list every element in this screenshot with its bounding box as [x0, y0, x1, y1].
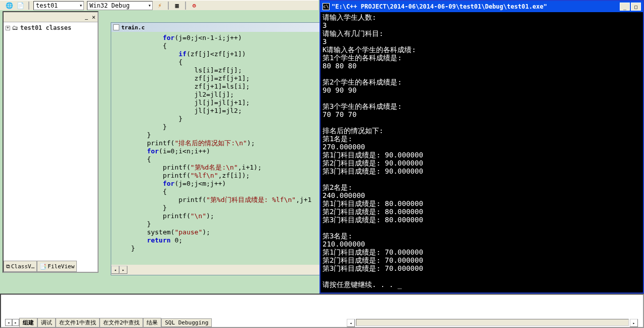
tree-root[interactable]: + 🗂 test01 classes: [6, 24, 96, 31]
tree-root-label: test01 classes: [20, 24, 71, 31]
editor-hscroll[interactable]: ◂ ▸: [111, 265, 321, 275]
output-hscroll[interactable]: ◂ ▸: [347, 319, 638, 327]
tile-icon[interactable]: ▦: [173, 2, 181, 10]
class-tree[interactable]: + 🗂 test01 classes: [4, 22, 98, 263]
tab-classview[interactable]: ⧉ClassV…: [4, 261, 37, 272]
scroll-left-icon[interactable]: ◂: [111, 266, 119, 274]
expand-icon[interactable]: +: [6, 26, 10, 30]
workspace-panel-header: ⎯ ×: [4, 12, 98, 22]
console-output[interactable]: 请输入学生人数: 3 请输入有几门科目: 3 K请输入各个学生的各科成绩: 第1…: [320, 12, 643, 290]
code-editor[interactable]: for(j=0;j<n-1-i;j++) { if(zf[j]<zf[j+1])…: [111, 32, 321, 265]
editor-area: train.c for(j=0;j<n-1-i;j++) { if(zf[j]<…: [101, 11, 318, 273]
workspace-panel: ⎯ × + 🗂 test01 classes ⧉ClassV… 📑FileVie…: [3, 11, 99, 273]
tab-fileview[interactable]: 📑FileView: [37, 261, 77, 272]
cmd-icon: c\: [323, 3, 330, 10]
tab-scroll-right-icon[interactable]: ▸: [12, 319, 19, 326]
minimize-button[interactable]: _: [620, 3, 630, 11]
project-combo[interactable]: test01: [33, 1, 84, 10]
out-scroll-left-icon[interactable]: ◂: [347, 319, 355, 327]
tab-scroll-left-icon[interactable]: ◂: [5, 319, 12, 326]
fileview-icon: 📑: [39, 263, 47, 270]
editor-filename: train.c: [121, 24, 145, 31]
tab-results[interactable]: 结果: [143, 318, 161, 327]
book-icon[interactable]: 📄: [16, 2, 24, 10]
tab-find1[interactable]: 在文件1中查找: [56, 318, 100, 327]
main-toolbar: 🌐 📄 test01 Win32 Debug ⚡ ▦ ⚙: [0, 0, 318, 10]
output-panel: ◂ ▸ 组建 调试 在文件1中查找 在文件2中查找 结果 SQL Debuggi…: [0, 294, 644, 328]
scroll-right-icon[interactable]: ▸: [119, 266, 127, 274]
console-title-text: "E:\C++ PROJECT\2014-06\2014-06-09\test0…: [332, 3, 620, 10]
out-scroll-right-icon[interactable]: ▸: [630, 319, 638, 327]
check-icon[interactable]: ⚙: [190, 2, 198, 10]
tab-find2[interactable]: 在文件2中查找: [100, 318, 144, 327]
lightning-icon[interactable]: ⚡: [156, 2, 164, 10]
classes-folder-icon: 🗂: [12, 24, 18, 31]
tab-debug[interactable]: 调试: [37, 318, 56, 327]
console-titlebar[interactable]: c\ "E:\C++ PROJECT\2014-06\2014-06-09\te…: [320, 1, 643, 12]
tab-build[interactable]: 组建: [19, 318, 37, 327]
dock-icon[interactable]: ⎯: [85, 14, 88, 20]
console-window: c\ "E:\C++ PROJECT\2014-06\2014-06-09\te…: [319, 0, 644, 294]
file-icon: [113, 24, 119, 30]
close-panel-icon[interactable]: ×: [92, 14, 96, 21]
editor-titlebar[interactable]: train.c: [111, 23, 321, 32]
window-buttons: _ □: [620, 3, 641, 11]
globals-icon[interactable]: 🌐: [5, 2, 13, 10]
config-combo[interactable]: Win32 Debug: [87, 1, 153, 10]
classview-icon: ⧉: [6, 263, 10, 270]
output-tabs: ◂ ▸ 组建 调试 在文件1中查找 在文件2中查找 结果 SQL Debuggi…: [5, 318, 212, 327]
maximize-button[interactable]: □: [631, 3, 641, 11]
editor-window: train.c for(j=0;j<n-1-i;j++) { if(zf[j]<…: [111, 22, 322, 275]
workspace-tabs: ⧉ClassV… 📑FileView: [4, 261, 77, 272]
tab-sql[interactable]: SQL Debugging: [161, 318, 212, 327]
